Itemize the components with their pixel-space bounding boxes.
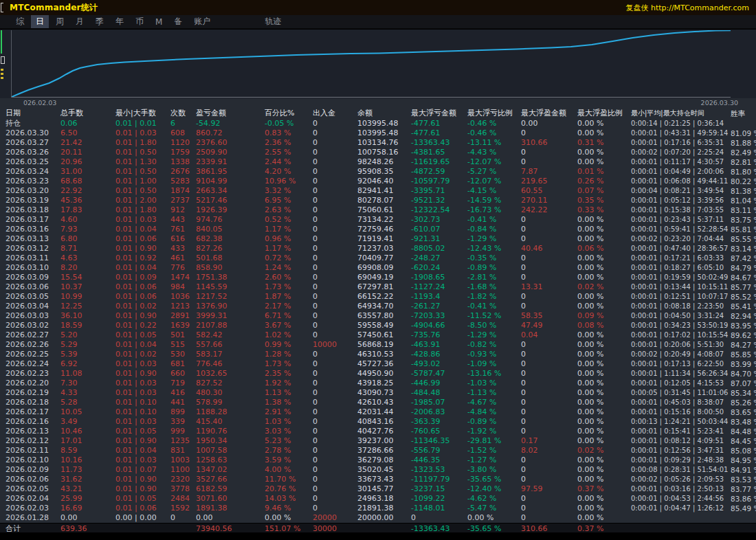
table-row[interactable]: 2026.03.1817.830.01 | 1.809121926.392.63… <box>0 205 756 215</box>
cell: 0.01 | 0.07 <box>110 465 165 475</box>
cell: 35020.45 <box>352 465 405 475</box>
menu-item-账户[interactable]: 账户 <box>189 15 215 28</box>
cell: 84.70 % <box>725 369 756 379</box>
table-row[interactable]: 2026.03.0510.990.01 | 0.0610361217.521.8… <box>0 292 756 302</box>
column-header[interactable]: 最大浮亏比例 <box>462 109 515 118</box>
table-row[interactable]: 2026.03.2022.920.01 | 0.5018742663.343.3… <box>0 186 756 196</box>
table-row[interactable]: 2026.03.114.630.01 | 0.92461501.680.72 %… <box>0 254 756 263</box>
cell: 83.75 % <box>725 215 756 225</box>
column-header[interactable]: 盈亏金额 <box>190 109 259 118</box>
cell: 0 <box>307 494 352 504</box>
cell: 1874 <box>165 186 190 196</box>
cell: -363.39 <box>405 417 462 427</box>
table-row[interactable]: 2026.02.194.330.01 | 0.03416480.301.13 %… <box>0 388 756 398</box>
cell: -0.46 % <box>462 128 515 138</box>
table-row[interactable]: 2026.03.306.500.01 | 0.03608860.720.83 %… <box>0 128 756 138</box>
table-row[interactable]: 2026.03.1945.360.01 | 2.0027375217.466.9… <box>0 196 756 205</box>
table-row[interactable]: 2026.03.0336.100.01 | 0.9028913999.316.7… <box>0 311 756 321</box>
table-row[interactable]: 2026.03.0412.250.01 | 0.0212131376.902.1… <box>0 302 756 311</box>
menu-item-年[interactable]: 年 <box>111 15 129 28</box>
table-row[interactable]: 2026.02.275.200.01 | 0.05501582.421.02 %… <box>0 330 756 340</box>
cell: -1.09 % <box>462 359 515 369</box>
table-row[interactable]: 2026.03.2520.960.01 | 1.3013382339.912.4… <box>0 157 756 167</box>
menu-item-币[interactable]: 币 <box>131 15 148 28</box>
column-header[interactable]: 最小|大手数 <box>110 109 165 118</box>
table-row[interactable]: 2026.02.265.290.01 | 0.04515557.660.99 %… <box>0 340 756 350</box>
cell: -0.89 % <box>462 263 515 273</box>
table-row[interactable]: 2026.02.0316.690.01 | 0.0615921891.389.4… <box>0 504 756 513</box>
column-header[interactable]: 次数 <box>165 109 190 118</box>
table-row[interactable]: 2026.03.108.200.01 | 0.04776858.901.24 %… <box>0 263 756 273</box>
table-row[interactable]: 2026.02.1310.460.01 | 0.059991190.763.03… <box>0 427 756 436</box>
column-header[interactable]: 最大浮盈比例 <box>572 109 625 118</box>
date-cell: 2026.03.05 <box>0 292 55 302</box>
cell: 583.17 <box>190 350 259 359</box>
table-row[interactable]: 2026.03.2721.420.01 | 1.8011202376.602.3… <box>0 138 756 148</box>
table-row[interactable]: 2026.03.0610.370.01 | 0.069841145.591.73… <box>0 282 756 292</box>
column-header[interactable]: 日期 <box>0 109 55 118</box>
cell: 0.00 % <box>572 398 625 407</box>
column-header[interactable]: 最小|平均|最大持仓时间 <box>625 109 725 118</box>
table-row[interactable]: 2026.03.128.710.01 | 0.90433827.261.17 %… <box>0 244 756 254</box>
menu-item-综[interactable]: 综 <box>11 15 29 28</box>
brand-link[interactable]: 复盘侠 http://MTCommander.com <box>625 3 749 13</box>
table-row[interactable]: 2026.02.185.280.01 | 0.10441578.991.38 %… <box>0 398 756 407</box>
table-row[interactable]: 2026.02.163.490.01 | 0.03339415.401.03 %… <box>0 417 756 427</box>
table-row[interactable]: 2026.03.174.600.01 | 0.03443974.760.52 %… <box>0 215 756 225</box>
equity-curve-line <box>12 30 731 97</box>
cell: 6.71 % <box>259 311 307 321</box>
column-header[interactable]: 余额 <box>352 109 405 118</box>
table-row[interactable]: 持仓0.060.01 | 0.016-54.92-0.05 %0103995.4… <box>0 119 756 128</box>
chart-plot-area[interactable] <box>11 30 731 98</box>
table-row[interactable]: 2026.03.167.930.01 | 0.04761840.051.17 %… <box>0 225 756 234</box>
column-header[interactable]: 最大浮盈金额 <box>515 109 572 118</box>
table-row[interactable]: 2026.03.136.800.01 | 0.06616682.380.96 %… <box>0 234 756 244</box>
table-row[interactable]: 2026.02.255.390.01 | 0.02530583.171.28 %… <box>0 350 756 359</box>
table-row[interactable]: 2026.02.246.920.01 | 0.03681776.461.73 %… <box>0 359 756 369</box>
table-row[interactable]: 2026.02.118.590.01 | 0.048311007.582.78 … <box>0 446 756 455</box>
table-row[interactable]: 2026.03.0915.540.01 | 0.0914741751.382.6… <box>0 273 756 282</box>
table-row[interactable]: 2026.02.1010.160.01 | 0.0310031258.633.5… <box>0 455 756 465</box>
table-row[interactable]: 2026.02.0543.210.01 | 0.9037786182.5920.… <box>0 484 756 494</box>
cell: 0.01 | 0.03 <box>110 455 165 465</box>
column-header[interactable]: 百分比% <box>259 109 307 118</box>
cell: 2.78 % <box>259 446 307 455</box>
table-row[interactable]: 2026.02.2311.080.01 | 0.906601032.652.35… <box>0 369 756 379</box>
equity-chart[interactable] <box>0 30 756 98</box>
table-row[interactable]: 2026.02.0425.990.01 | 0.0524843071.6014.… <box>0 494 756 504</box>
table-row[interactable]: 2026.03.2431.000.01 | 0.5026763861.954.2… <box>0 167 756 177</box>
table-row[interactable]: 2026.02.0911.730.01 | 0.0711001347.024.0… <box>0 465 756 475</box>
cell: -620.24 <box>405 263 462 273</box>
column-header[interactable]: 出入金 <box>307 109 352 118</box>
menu-item-备[interactable]: 备 <box>169 15 187 28</box>
menu-item-月[interactable]: 月 <box>71 15 89 28</box>
column-header[interactable]: 总手数 <box>55 109 110 118</box>
date-cell: 2026.03.11 <box>0 254 55 263</box>
column-header[interactable]: 最大浮亏金额 <box>405 109 462 118</box>
cell: 87.07 % <box>725 379 756 388</box>
date-cell: 2026.02.24 <box>0 359 55 369</box>
table-row[interactable]: 2026.01.280.000.00 | 0.0000.000.00 %2000… <box>0 513 756 523</box>
column-header[interactable]: 胜率 <box>725 109 756 118</box>
menu-item-轨迹[interactable]: 轨迹 <box>260 15 286 28</box>
table-row[interactable]: 2026.02.1217.010.01 | 0.9012351950.345.2… <box>0 436 756 446</box>
table-row[interactable]: 2026.02.207.300.01 | 0.03719827.521.92 %… <box>0 379 756 388</box>
table-row[interactable]: 2026.03.2368.680.01 | 1.0052839104.9910.… <box>0 177 756 186</box>
cell: 60.55 <box>515 186 572 196</box>
table-row[interactable]: 2026.02.0631.620.01 | 0.9023203527.6611.… <box>0 475 756 484</box>
menu-item-季[interactable]: 季 <box>91 15 109 28</box>
cell: -12.40 % <box>462 484 515 494</box>
cell: 0.06 <box>55 119 110 128</box>
cell: 0.00 % <box>572 407 625 417</box>
menu-item-日[interactable]: 日 <box>31 15 49 28</box>
cell: 0.00 % <box>572 157 625 167</box>
menu-item-M[interactable]: M <box>151 16 167 27</box>
menu-item-周[interactable]: 周 <box>51 15 69 28</box>
cell: 1213 <box>165 302 190 311</box>
table-row[interactable]: 2026.02.1710.050.01 | 0.108991188.282.91… <box>0 407 756 417</box>
cell: 71919.41 <box>352 234 405 244</box>
table-row[interactable]: 2026.03.2620.110.01 | 0.5017592509.902.5… <box>0 148 756 157</box>
cell: 103995.48 <box>352 119 405 128</box>
table-row[interactable]: 2026.03.0218.590.01 | 0.2216392107.883.6… <box>0 321 756 330</box>
cell: 2676 <box>165 167 190 177</box>
